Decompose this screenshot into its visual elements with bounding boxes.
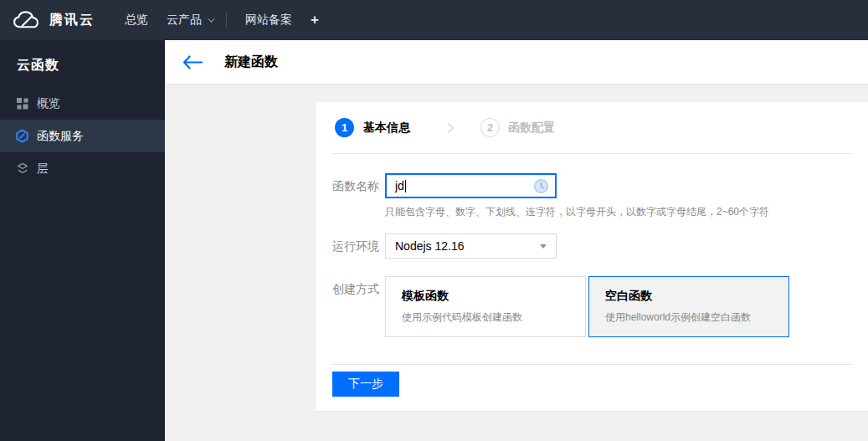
top-nav-menu: 总览 云产品 网站备案 + bbox=[125, 12, 319, 28]
nav-item-icp[interactable]: 网站备案 bbox=[245, 13, 292, 28]
basic-info-form: 函数名称 jd bbox=[332, 154, 851, 337]
back-button[interactable] bbox=[182, 55, 203, 69]
chevron-down-icon bbox=[208, 15, 214, 22]
function-name-row: 函数名称 jd bbox=[332, 173, 851, 218]
create-function-card: 1 基本信息 2 函数配置 函数名称 jd bbox=[316, 102, 868, 411]
footer-divider bbox=[332, 364, 851, 365]
creation-method-row: 创建方式 模板函数 使用示例代码模板创建函数 空白函数 使用helloworld… bbox=[332, 276, 851, 337]
creation-method-label: 创建方式 bbox=[332, 276, 385, 337]
sidebar-title: 云函数 bbox=[0, 40, 165, 87]
main-area: 新建函数 1 基本信息 2 函数配置 bbox=[165, 40, 868, 441]
nav-divider bbox=[226, 13, 227, 28]
step-1-circle: 1 bbox=[335, 118, 354, 137]
template-function-card[interactable]: 模板函数 使用示例代码模板创建函数 bbox=[385, 276, 586, 337]
scf-hexagon-icon bbox=[15, 129, 29, 143]
runtime-selected-value: Nodejs 12.16 bbox=[395, 239, 465, 253]
page-header: 新建函数 bbox=[165, 40, 868, 85]
grid-icon bbox=[15, 98, 29, 110]
sidebar-item-overview[interactable]: 概览 bbox=[0, 87, 165, 120]
step-2-circle: 2 bbox=[480, 118, 500, 137]
back-arrow-icon bbox=[182, 55, 203, 69]
sidebar-item-label: 层 bbox=[37, 162, 49, 177]
layers-icon bbox=[15, 162, 29, 176]
step-1-label: 基本信息 bbox=[363, 121, 410, 136]
function-name-input[interactable]: jd bbox=[385, 173, 557, 198]
clock-icon bbox=[533, 178, 549, 197]
caret-down-icon bbox=[540, 244, 547, 249]
next-step-button[interactable]: 下一步 bbox=[332, 372, 399, 397]
card-description: 使用helloworld示例创建空白函数 bbox=[605, 310, 773, 325]
sidebar-item-label: 函数服务 bbox=[37, 129, 84, 144]
function-name-label: 函数名称 bbox=[332, 173, 385, 198]
chevron-right-icon bbox=[444, 123, 453, 132]
nav-item-overview[interactable]: 总览 bbox=[125, 13, 148, 28]
step-2-label: 函数配置 bbox=[508, 121, 555, 136]
runtime-row: 运行环境 Nodejs 12.16 bbox=[332, 233, 851, 259]
content-area: 1 基本信息 2 函数配置 函数名称 jd bbox=[165, 85, 868, 441]
page-title: 新建函数 bbox=[224, 54, 278, 71]
top-navbar: 腾讯云 总览 云产品 网站备案 + bbox=[0, 0, 868, 40]
card-title: 模板函数 bbox=[402, 289, 569, 304]
sidebar-item-function-service[interactable]: 函数服务 bbox=[0, 120, 165, 152]
text-cursor bbox=[405, 180, 406, 192]
runtime-select[interactable]: Nodejs 12.16 bbox=[385, 233, 557, 259]
runtime-label: 运行环境 bbox=[332, 233, 385, 259]
sidebar: 云函数 概览 bbox=[0, 40, 165, 441]
nav-add-tab-button[interactable]: + bbox=[311, 12, 319, 28]
tencent-cloud-brand[interactable]: 腾讯云 bbox=[12, 10, 95, 31]
function-name-value: jd bbox=[395, 179, 404, 192]
sidebar-item-layers[interactable]: 层 bbox=[0, 152, 165, 185]
tencent-cloud-logo-icon bbox=[12, 10, 42, 31]
sidebar-item-label: 概览 bbox=[37, 96, 60, 111]
wizard-steps: 1 基本信息 2 函数配置 bbox=[332, 102, 851, 154]
card-title: 空白函数 bbox=[605, 289, 773, 304]
function-name-hint: 只能包含字母、数字、下划线、连字符，以字母开头，以数字或字母结尾，2~60个字符 bbox=[385, 206, 851, 218]
card-description: 使用示例代码模板创建函数 bbox=[402, 310, 569, 325]
nav-item-cloud-products[interactable]: 云产品 bbox=[167, 13, 213, 28]
blank-function-card[interactable]: 空白函数 使用helloworld示例创建空白函数 bbox=[588, 276, 789, 337]
app-window: 腾讯云 总览 云产品 网站备案 + 云函数 bbox=[0, 0, 868, 441]
brand-name: 腾讯云 bbox=[49, 12, 95, 29]
